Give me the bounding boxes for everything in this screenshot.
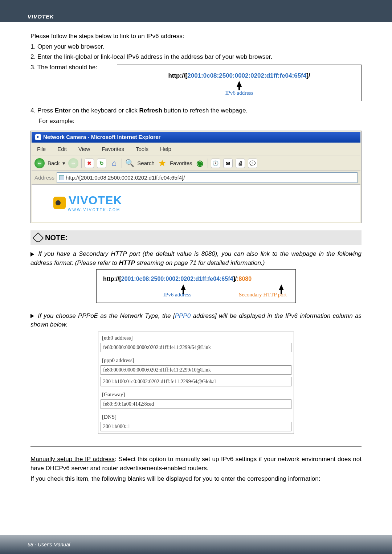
- note-paragraph-1: If you have a Secondary HTTP port (the d…: [30, 250, 362, 267]
- step-1: 1. Open your web browser.: [30, 42, 362, 52]
- note-ppp0-word: PPP0: [175, 312, 191, 319]
- mail-icon[interactable]: ✉: [223, 159, 233, 168]
- ppp0-value-2: 2001:b100:01c0:0002:0202:d1ff:fe11:2299/…: [101, 377, 291, 386]
- ie-address-bar: Address http://[2001:0c08:2500:0002:0202…: [32, 171, 360, 185]
- pppoe-info-panel: [eth0 address] fe80:0000:0000:0000:0202:…: [98, 332, 294, 434]
- url-suffix: ]/: [306, 72, 310, 79]
- address-label: Address: [34, 174, 54, 182]
- refresh-button[interactable]: ↻: [97, 159, 106, 168]
- ie-logo-icon: e: [35, 134, 41, 140]
- url2-mid: ]/: [233, 276, 237, 282]
- step-4-example: For example:: [30, 117, 362, 126]
- toolbar-sep-3: [208, 159, 208, 168]
- bullet-icon: [30, 252, 34, 257]
- url-prefix: http://[: [168, 72, 187, 79]
- arrow-up-icon-2b: [279, 284, 284, 290]
- search-icon[interactable]: 🔍: [125, 159, 134, 168]
- menu-tools[interactable]: Tools: [133, 144, 151, 154]
- arrow-up-icon: [237, 81, 242, 87]
- print-icon[interactable]: 🖨: [236, 159, 245, 168]
- note-p2a: If you choose PPPoE as the Network Type,…: [38, 312, 175, 319]
- refresh-word: Refresh: [139, 107, 162, 114]
- favorites-icon[interactable]: ★: [158, 159, 167, 168]
- home-button[interactable]: ⌂: [109, 159, 119, 168]
- step-2: 2. Enter the link-global or link-local I…: [30, 53, 362, 62]
- media-icon[interactable]: ◉: [195, 159, 205, 168]
- dns-value: 2001:b000::1: [101, 422, 291, 431]
- address-value: http://[2001:0c08:2500:0002:0202:d1ff:fe…: [66, 174, 185, 182]
- back-button[interactable]: ←: [34, 158, 45, 168]
- gateway-value: fe80::90:1a00:4142:8ced: [101, 399, 291, 409]
- page-header: VIVOTEK: [0, 0, 392, 22]
- page-footer: 68 - User's Manual: [0, 535, 392, 554]
- note-heading: NOTE:: [45, 233, 68, 243]
- url2-port-caption: Secondary HTTP port: [239, 291, 287, 299]
- stop-button[interactable]: ✖: [85, 159, 94, 168]
- back-label[interactable]: Back: [48, 159, 60, 167]
- menu-favorites[interactable]: Favorites: [99, 144, 127, 154]
- vivotek-camera-icon: [53, 197, 66, 209]
- url2-line: http://[2001:0c08:2500:0002:0202:d1ff:fe…: [103, 275, 289, 283]
- forward-button[interactable]: →: [68, 158, 78, 168]
- arrow-up-icon-2a: [181, 284, 186, 290]
- ppp0-value-1: fe80:0000:0000:0000:0202:d1ff:fe11:2299/…: [101, 365, 291, 375]
- url2-ipv6: 2001:0c08:2500:0002:0202:d1ff:fe04:65f4: [121, 276, 233, 282]
- menu-file[interactable]: File: [34, 144, 48, 154]
- note-paragraph-2: If you choose PPPoE as the Network Type,…: [30, 312, 362, 329]
- header-divider: [0, 22, 392, 22]
- bullet-icon-2: [30, 314, 34, 318]
- back-dropdown-icon[interactable]: ▾: [62, 159, 65, 167]
- vivotek-logo-text: VIVOTEK: [69, 192, 122, 209]
- toolbar-sep-2: [122, 159, 122, 168]
- note-p1c: streaming on page 71 for detailed inform…: [135, 259, 265, 266]
- note-heading-box: NOTE:: [30, 230, 362, 245]
- ppp0-label: [ppp0 address]: [98, 354, 294, 365]
- url-format-box-2: http://[2001:0c08:2500:0002:0202:d1ff:fe…: [96, 269, 296, 303]
- url2-port: :8080: [237, 276, 252, 282]
- manual-para-1: Manually setup the IP address: Select th…: [30, 455, 362, 473]
- page-icon: [59, 175, 64, 180]
- vivotek-logo: VIVOTEK: [53, 192, 339, 209]
- dns-label: [DNS]: [98, 411, 294, 422]
- kbd-enter: Enter: [55, 107, 70, 114]
- ie-title-text: Network Camera - Microsoft Internet Expl…: [43, 133, 160, 141]
- menu-edit[interactable]: Edit: [55, 144, 69, 154]
- url2-ipv6-caption: IPv6 address: [163, 291, 191, 299]
- pencil-icon: [32, 232, 44, 243]
- ie-titlebar: e Network Camera - Microsoft Internet Ex…: [32, 132, 360, 143]
- ie-window: e Network Camera - Microsoft Internet Ex…: [30, 131, 362, 223]
- vivotek-logo-subtext: WWW.VIVOTEK.COM: [68, 208, 339, 213]
- ie-menubar: File Edit View Favorites Tools Help: [32, 143, 360, 156]
- gateway-label: [Gateway]: [98, 389, 294, 399]
- eth0-value: fe80:0000:0000:0000:0202:d1ff:fe11:2299/…: [101, 343, 291, 352]
- search-label[interactable]: Search: [137, 159, 155, 167]
- step-3: 3. The format should be:: [30, 63, 110, 72]
- toolbar-sep-1: [81, 159, 82, 168]
- footer-page-text: 68 - User's Manual: [28, 542, 70, 547]
- ie-content: VIVOTEK WWW.VIVOTEK.COM: [32, 185, 360, 222]
- eth0-label: [eth0 address]: [98, 332, 294, 343]
- url-ipv6: 2001:0c08:2500:0002:0202:d1ff:fe04:65f4: [187, 72, 306, 79]
- favorites-label[interactable]: Favorites: [170, 159, 192, 167]
- url-example-line: http://[2001:0c08:2500:0002:0202:d1ff:fe…: [124, 71, 354, 81]
- menu-view[interactable]: View: [76, 144, 93, 154]
- history-icon[interactable]: 🕔: [211, 159, 220, 168]
- url-ipv6-caption: IPv6 address: [124, 89, 354, 97]
- menu-help[interactable]: Help: [158, 144, 174, 154]
- ie-toolbar: ← Back▾ → ✖ ↻ ⌂ 🔍 Search ★ Favorites ◉ 🕔…: [32, 156, 360, 171]
- url2-prefix: http://[: [103, 276, 121, 282]
- intro-lead: Please follow the steps below to link to…: [30, 32, 362, 41]
- manual-heading: Manually setup the IP address: [30, 456, 115, 463]
- brand-text: VIVOTEK: [28, 13, 54, 20]
- discuss-icon[interactable]: 💬: [248, 159, 257, 168]
- address-input[interactable]: http://[2001:0c08:2500:0002:0202:d1ff:fe…: [57, 172, 358, 183]
- section-divider: [30, 446, 362, 447]
- step-4: 4. Press Enter on the keyboard or click …: [30, 106, 362, 115]
- note-http-word: HTTP: [119, 259, 135, 266]
- manual-para-2: If you check this item, the following bl…: [30, 475, 362, 484]
- url-format-box-1: http://[2001:0c08:2500:0002:0202:d1ff:fe…: [117, 65, 362, 101]
